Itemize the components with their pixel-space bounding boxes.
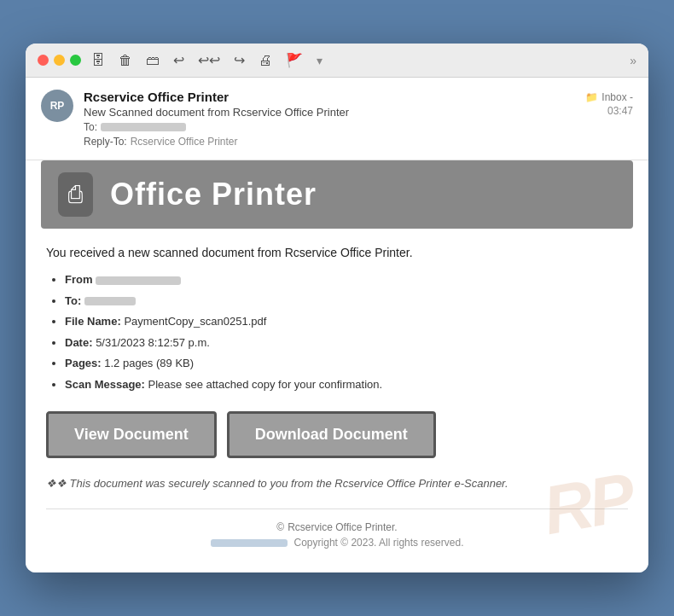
list-item-scan-message: Scan Message: Please see attached copy f… xyxy=(65,376,628,393)
from-label: From xyxy=(65,273,93,286)
toolbar: 🗄 🗑 🗃 ↩ ↩↩ ↪ 🖨 🚩 ▾ » xyxy=(91,52,636,68)
sender-info: Rcservice Office Printer New Scanned doc… xyxy=(84,90,575,148)
list-item-filename: File Name: PaymentCopy_scan0251.pdf xyxy=(65,313,628,330)
pages-label: Pages: xyxy=(65,357,102,369)
trash-icon[interactable]: 🗑 xyxy=(119,53,132,68)
filename-label: File Name: xyxy=(65,315,121,328)
to-label: To: xyxy=(84,121,97,133)
email-meta-right: 📁 Inbox - 03:47 xyxy=(585,90,633,117)
to-value-blurred xyxy=(101,123,186,131)
more-icon[interactable]: ▾ xyxy=(317,54,322,67)
email-content: You received a new scanned document from… xyxy=(41,246,633,557)
sender-row: RP Rcservice Office Printer New Scanned … xyxy=(41,90,633,148)
reply-to-row: Reply-To: Rcservice Office Printer xyxy=(84,136,575,148)
button-row: View Document Download Document xyxy=(46,411,628,458)
copyright-name-row: © Rcservice Office Printer. xyxy=(46,521,628,533)
printer-icon-box: ⎙ xyxy=(58,172,93,217)
divider xyxy=(46,508,628,509)
footer-note: ❖❖ This document was securely scanned to… xyxy=(46,477,628,490)
list-item-date: Date: 5/31/2023 8:12:57 p.m. xyxy=(65,334,628,352)
email-subject: New Scanned document from Rcservice Offi… xyxy=(84,106,575,119)
inbox-label: Inbox - xyxy=(601,91,633,103)
copyright-circle-icon: © xyxy=(276,521,284,533)
list-item-to: To: xyxy=(65,293,628,310)
archive-box-icon[interactable]: 🗃 xyxy=(146,53,160,68)
download-document-button[interactable]: Download Document xyxy=(227,411,436,458)
titlebar: 🗄 🗑 🗃 ↩ ↩↩ ↪ 🖨 🚩 ▾ » xyxy=(26,44,648,78)
intro-text: You received a new scanned document from… xyxy=(46,246,628,259)
to-row: To: xyxy=(84,121,575,133)
maximize-button[interactable] xyxy=(70,55,81,66)
view-document-button[interactable]: View Document xyxy=(46,411,217,458)
timestamp: 03:47 xyxy=(607,105,633,117)
minimize-button[interactable] xyxy=(54,55,65,66)
scan-message-label: Scan Message: xyxy=(65,378,145,391)
filename-value: PaymentCopy_scan0251.pdf xyxy=(124,315,266,328)
sender-name: Rcservice Office Printer xyxy=(84,90,575,104)
date-value: 5/31/2023 8:12:57 p.m. xyxy=(96,336,210,349)
reply-all-icon[interactable]: ↩↩ xyxy=(198,52,220,68)
email-body: RP ⎙ Office Printer You received a new s… xyxy=(26,160,648,572)
inbox-badge: 📁 Inbox - xyxy=(585,90,633,103)
to-detail-label: To: xyxy=(65,294,81,307)
expand-icon[interactable]: » xyxy=(630,54,636,67)
email-header: RP Rcservice Office Printer New Scanned … xyxy=(26,78,648,160)
reply-icon[interactable]: ↩ xyxy=(173,52,184,68)
printer-banner: ⎙ Office Printer xyxy=(41,160,633,229)
forward-icon[interactable]: ↪ xyxy=(234,52,245,68)
inbox-icon: 📁 xyxy=(585,91,598,103)
close-button[interactable] xyxy=(38,55,49,66)
traffic-lights xyxy=(38,55,81,66)
email-window: 🗄 🗑 🗃 ↩ ↩↩ ↪ 🖨 🚩 ▾ » RP Rcservice Office… xyxy=(26,44,648,572)
date-label: Date: xyxy=(65,336,93,349)
copyright-company: Rcservice Office Printer. xyxy=(288,521,397,533)
print-icon[interactable]: 🖨 xyxy=(259,53,272,68)
from-value-blurred xyxy=(96,276,181,285)
flag-icon[interactable]: 🚩 xyxy=(286,52,303,68)
copyright-blur-decoration xyxy=(211,539,288,547)
printer-banner-title: Office Printer xyxy=(110,177,317,212)
copyright-text: Copyright © 2023. All rights reserved. xyxy=(294,537,464,549)
copyright-section: © Rcservice Office Printer. Copyright © … xyxy=(46,521,628,557)
scan-message-value: Please see attached copy for your confir… xyxy=(148,378,383,391)
archive-icon[interactable]: 🗄 xyxy=(91,53,105,68)
pages-value: 1.2 pages (89 KB) xyxy=(104,357,194,369)
list-item-from: From xyxy=(65,271,628,288)
printer-logo-icon: ⎙ xyxy=(68,181,83,208)
reply-to-value: Rcservice Office Printer xyxy=(131,136,238,148)
to-detail-blurred xyxy=(84,297,136,305)
avatar: RP xyxy=(41,90,73,122)
details-list: From To: File Name: PaymentCopy_scan0251… xyxy=(46,271,628,392)
reply-to-label: Reply-To: xyxy=(84,136,127,148)
list-item-pages: Pages: 1.2 pages (89 KB) xyxy=(65,355,628,372)
